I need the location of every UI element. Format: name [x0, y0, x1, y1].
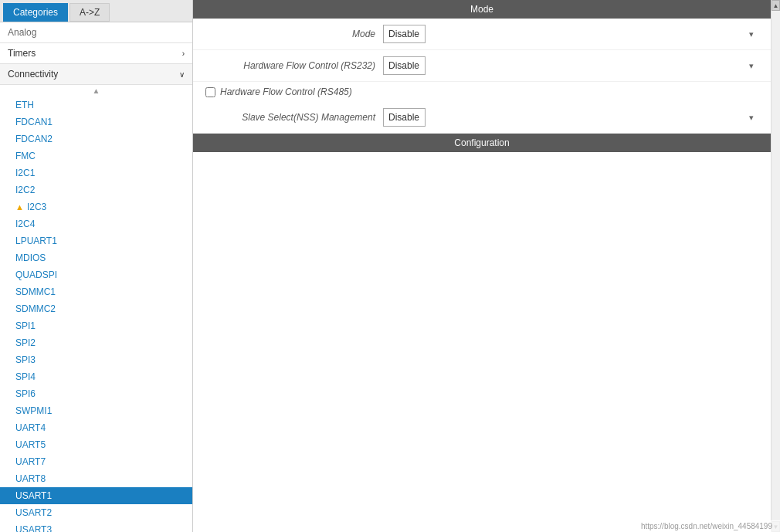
- mode-row: Mode Disable Enable: [193, 19, 771, 50]
- connectivity-chevron-icon: ∨: [179, 70, 185, 79]
- sidebar-item-label: SDMMC1: [15, 286, 56, 297]
- tab-categories[interactable]: Categories: [3, 3, 68, 22]
- sidebar-item-usart1[interactable]: USART1: [0, 487, 192, 504]
- connectivity-label: Connectivity: [8, 69, 58, 80]
- sidebar-item-mdios[interactable]: MDIOS: [0, 249, 192, 266]
- sidebar-item-spi1[interactable]: SPI1: [0, 317, 192, 334]
- sidebar-item-label: SDMMC2: [15, 303, 56, 314]
- right-scrollbar[interactable]: ▲ ▼: [771, 0, 780, 532]
- hw-flow-rs232-row: Hardware Flow Control (RS232) Disable En…: [193, 50, 771, 82]
- sidebar-item-label: UART8: [15, 473, 46, 484]
- mode-section: Mode Mode Disable Enable Hardware Flow C…: [193, 0, 771, 134]
- sidebar-item-swpmi1[interactable]: SWPMI1: [0, 402, 192, 419]
- sidebar-item-usart3[interactable]: USART3: [0, 521, 192, 532]
- hw-flow-rs232-select-wrapper: Disable Enable: [383, 56, 758, 75]
- config-section-header: Configuration: [193, 134, 771, 152]
- sidebar-item-label: I2C1: [15, 168, 35, 178]
- sidebar-item-uart8[interactable]: UART8: [0, 470, 192, 487]
- warning-icon: ▲: [15, 202, 24, 212]
- sidebar-item-analog[interactable]: Analog: [0, 22, 192, 43]
- mode-label: Mode: [205, 29, 375, 39]
- sidebar-item-uart7[interactable]: UART7: [0, 453, 192, 470]
- sidebar-item-label: FDCAN1: [15, 117, 53, 127]
- mode-select-wrapper: Disable Enable: [383, 25, 758, 43]
- mode-section-header: Mode: [193, 0, 771, 19]
- sidebar-item-label: I2C2: [15, 185, 35, 195]
- hw-flow-rs232-select[interactable]: Disable Enable: [383, 56, 426, 75]
- sidebar-item-lpuart1[interactable]: LPUART1: [0, 232, 192, 249]
- sidebar-tab-bar: Categories A->Z: [0, 0, 192, 22]
- sidebar-item-spi3[interactable]: SPI3: [0, 351, 192, 368]
- sidebar-item-connectivity[interactable]: Connectivity ∨: [0, 64, 192, 85]
- sidebar-item-sdmmc2[interactable]: SDMMC2: [0, 300, 192, 317]
- sidebar-item-timers[interactable]: Timers ›: [0, 43, 192, 64]
- tab-atoz[interactable]: A->Z: [70, 3, 110, 22]
- sidebar-item-quadspi[interactable]: QUADSPI: [0, 266, 192, 283]
- hw-flow-rs485-row: Hardware Flow Control (RS485): [193, 82, 771, 102]
- sidebar-item-fdcan2[interactable]: FDCAN2: [0, 130, 192, 147]
- sidebar-item-i2c1[interactable]: I2C1: [0, 164, 192, 181]
- sidebar-item-spi6[interactable]: SPI6: [0, 385, 192, 402]
- sidebar-item-label: SPI1: [15, 320, 36, 331]
- sidebar-item-label: FDCAN2: [15, 134, 53, 144]
- hw-flow-rs232-label: Hardware Flow Control (RS232): [205, 60, 375, 71]
- slave-select-nss-label: Slave Select(NSS) Management: [205, 112, 375, 123]
- footer-url: https://blog.csdn.net/weixin_44584199: [193, 520, 780, 532]
- sidebar-item-label: QUADSPI: [15, 269, 57, 280]
- sidebar-item-label: UART7: [15, 456, 46, 467]
- sidebar-item-label: SPI6: [15, 388, 36, 399]
- mode-select[interactable]: Disable Enable: [383, 25, 426, 43]
- sidebar-item-spi4[interactable]: SPI4: [0, 368, 192, 385]
- sidebar-item-label: USART3: [15, 524, 52, 532]
- sidebar-item-uart4[interactable]: UART4: [0, 419, 192, 436]
- sidebar-item-eth[interactable]: ETH: [0, 97, 192, 114]
- sidebar-item-label: LPUART1: [15, 236, 57, 246]
- sidebar: Categories A->Z Analog Timers › Connecti…: [0, 0, 193, 532]
- sidebar-item-sdmmc1[interactable]: SDMMC1: [0, 283, 192, 300]
- sidebar-item-usart2[interactable]: USART2: [0, 504, 192, 521]
- slave-select-nss-wrapper: Disable Enable: [383, 108, 758, 127]
- timers-chevron-icon: ›: [182, 49, 185, 58]
- sidebar-item-i2c3[interactable]: ▲I2C3: [0, 198, 192, 215]
- sidebar-item-label: SPI3: [15, 354, 36, 365]
- sidebar-item-label: I2C4: [15, 219, 35, 229]
- sidebar-item-label: MDIOS: [15, 252, 46, 263]
- sidebar-item-label: SWPMI1: [15, 405, 52, 416]
- hw-flow-rs485-label: Hardware Flow Control (RS485): [220, 86, 352, 97]
- slave-select-nss-select[interactable]: Disable Enable: [383, 108, 426, 127]
- sidebar-item-label: USART1: [15, 490, 52, 501]
- slave-select-nss-row: Slave Select(NSS) Management Disable Ena…: [193, 102, 771, 134]
- main-content: Mode Mode Disable Enable Hardware Flow C…: [193, 0, 771, 532]
- main-wrapper: Mode Mode Disable Enable Hardware Flow C…: [193, 0, 780, 532]
- sidebar-item-label: I2C3: [27, 202, 46, 212]
- scroll-up-indicator: ▲: [0, 85, 192, 97]
- sidebar-item-i2c2[interactable]: I2C2: [0, 181, 192, 198]
- sidebar-item-label: USART2: [15, 507, 52, 518]
- timers-label: Timers: [8, 48, 36, 59]
- sidebar-item-i2c4[interactable]: I2C4: [0, 215, 192, 232]
- sidebar-item-label: UART5: [15, 439, 46, 450]
- configuration-section: Configuration: [193, 134, 771, 532]
- sidebar-item-fdcan1[interactable]: FDCAN1: [0, 114, 192, 130]
- sidebar-item-uart5[interactable]: UART5: [0, 436, 192, 453]
- connectivity-items-list: ETHFDCAN1FDCAN2FMCI2C1I2C2▲I2C3I2C4LPUAR…: [0, 97, 192, 532]
- sidebar-item-label: SPI2: [15, 337, 36, 348]
- sidebar-item-label: SPI4: [15, 371, 36, 382]
- sidebar-item-fmc[interactable]: FMC: [0, 147, 192, 164]
- sidebar-items: Analog Timers › Connectivity ∨ ▲ ETHFDCA…: [0, 22, 192, 532]
- scrollbar-up-btn[interactable]: ▲: [772, 0, 780, 11]
- sidebar-item-label: UART4: [15, 422, 46, 433]
- sidebar-item-label: FMC: [15, 151, 36, 161]
- sidebar-item-label: ETH: [15, 100, 34, 110]
- hw-flow-rs485-checkbox[interactable]: [205, 87, 215, 97]
- sidebar-item-spi2[interactable]: SPI2: [0, 334, 192, 351]
